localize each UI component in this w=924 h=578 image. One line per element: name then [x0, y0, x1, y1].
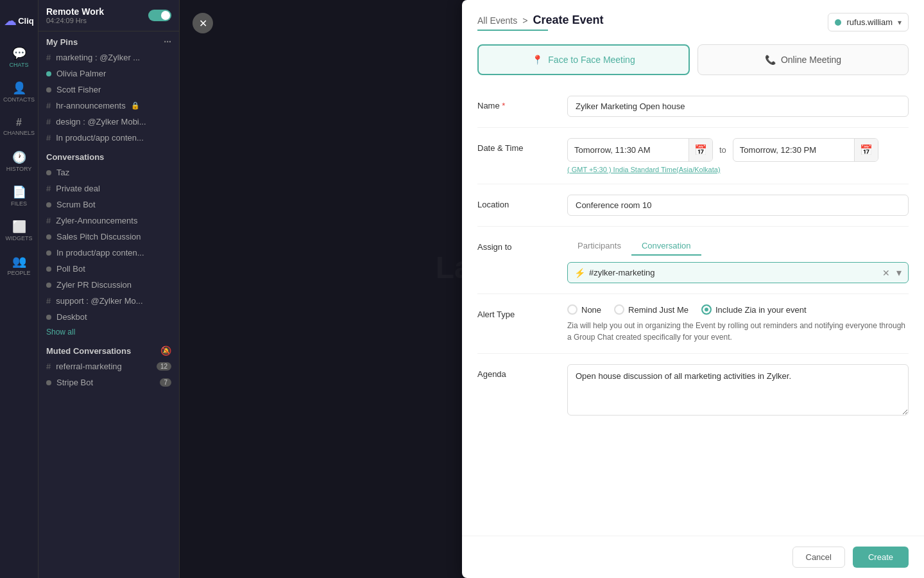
name-label: Name *	[477, 96, 554, 110]
expand-tag-button[interactable]: ▾	[896, 267, 902, 279]
chat-list-panel: Remote Work 04:24:09 Hrs My Pins ··· # m…	[38, 0, 180, 578]
calendar-icon-end[interactable]: 📅	[854, 139, 878, 161]
my-pins-section: My Pins ···	[38, 31, 179, 49]
alert-type-controls: None Remind Just Me Include Zia in your …	[567, 304, 909, 343]
tab-participants[interactable]: Participants	[567, 237, 631, 256]
status-toggle[interactable]	[148, 10, 171, 21]
conversation-tag-value: #zylker-marketing	[589, 268, 878, 277]
create-button[interactable]: Create	[853, 547, 909, 568]
list-item[interactable]: #support : @Zylker Mo...	[38, 293, 179, 309]
breadcrumb-separator: >	[522, 15, 527, 26]
location-field-row: Location	[477, 184, 909, 227]
status-dot	[46, 202, 51, 207]
status-dot	[46, 380, 51, 385]
agenda-label: Agenda	[477, 364, 554, 379]
user-selector[interactable]: rufus.william ▾	[828, 13, 909, 31]
alert-remind-label: Remind Just Me	[628, 305, 689, 315]
lock-icon: 🔒	[131, 101, 140, 110]
assign-tabs: Participants Conversation	[567, 237, 909, 256]
list-item[interactable]: #Private deal	[38, 180, 179, 197]
conversation-tag-input[interactable]: ⚡ #zylker-marketing ✕ ▾	[567, 262, 909, 283]
alert-description: Zia will help you out in organizing the …	[567, 320, 909, 343]
main-content-area: Laughing at our Laughing a ✕ All Events …	[180, 0, 924, 578]
list-item[interactable]: # design : @Zylker Mobi...	[38, 114, 179, 130]
sidebar-item-contacts[interactable]: 👤 CONTACTS	[3, 76, 35, 108]
list-item[interactable]: Zyler PR Discussion	[38, 277, 179, 293]
tab-conversation[interactable]: Conversation	[631, 237, 701, 256]
sidebar-navigation: ☁ Cliq 💬 CHATS 👤 CONTACTS # CHANNELS 🕐 H…	[0, 0, 38, 578]
status-dot	[46, 170, 51, 175]
end-datetime-field[interactable]	[733, 140, 854, 160]
alert-type-row: Alert Type None Remind Just Me	[477, 294, 909, 354]
list-item[interactable]: # referral-marketing 12	[38, 358, 179, 374]
meeting-type-selector: 📍 Face to Face Meeting 📞 Online Meeting	[462, 31, 924, 75]
list-item[interactable]: Sales Pitch Discussion	[38, 229, 179, 245]
my-pins-options[interactable]: ···	[164, 37, 171, 47]
name-field-row: Name *	[477, 85, 909, 128]
modal-overlay: ✕ All Events > Create Event rufus.willia…	[180, 0, 924, 578]
start-datetime-field[interactable]	[568, 140, 689, 160]
status-dot	[46, 267, 51, 272]
sidebar-item-channels[interactable]: # CHANNELS	[3, 110, 35, 143]
all-events-link[interactable]: All Events	[477, 15, 517, 26]
status-dot	[46, 283, 51, 288]
show-all-link[interactable]: Show all	[38, 325, 179, 339]
modal-header: All Events > Create Event rufus.william …	[462, 0, 924, 31]
assign-to-label: Assign to	[477, 237, 554, 252]
list-item[interactable]: #Zyler-Announcements	[38, 213, 179, 229]
status-dot	[46, 234, 51, 240]
location-input[interactable]	[567, 195, 909, 216]
sidebar-item-chats[interactable]: 💬 CHATS	[3, 41, 35, 73]
alert-zia-option[interactable]: Include Zia in your event	[701, 304, 807, 315]
widgets-icon: ⬜	[12, 220, 26, 234]
online-meeting-button[interactable]: 📞 Online Meeting	[697, 44, 909, 75]
end-date-input[interactable]: 📅	[733, 138, 878, 162]
assign-to-row: Assign to Participants Conversation ⚡ #z…	[477, 227, 909, 294]
datetime-field-row: Date & Time 📅 to 📅	[477, 128, 909, 184]
list-item[interactable]: Stripe Bot 7	[38, 374, 179, 390]
list-item[interactable]: Taz	[38, 164, 179, 180]
user-status-dot	[835, 19, 841, 26]
list-item[interactable]: Poll Bot	[38, 261, 179, 277]
tag-icon: ⚡	[574, 268, 585, 278]
sidebar-item-history[interactable]: 🕐 HISTORY	[3, 145, 35, 177]
list-item[interactable]: Scott Fisher	[38, 82, 179, 98]
list-item[interactable]: Scrum Bot	[38, 197, 179, 213]
offline-dot	[46, 87, 51, 92]
face-to-face-button[interactable]: 📍 Face to Face Meeting	[477, 44, 690, 75]
radio-remind	[614, 304, 624, 315]
list-item[interactable]: Deskbot	[38, 309, 179, 325]
timezone-selector[interactable]: ( GMT +5:30 ) India Standard Time(Asia/K…	[567, 166, 909, 173]
close-button[interactable]: ✕	[193, 13, 213, 33]
list-item[interactable]: Olivia Palmer	[38, 66, 179, 82]
list-item[interactable]: # In product/app conten...	[38, 130, 179, 146]
conversations-section: Conversations	[38, 146, 179, 164]
files-icon: 📄	[12, 185, 26, 199]
alert-none-option[interactable]: None	[567, 304, 601, 315]
list-item[interactable]: In product/app conten...	[38, 245, 179, 261]
agenda-row: Agenda Open house discussion of all mark…	[477, 354, 909, 428]
sidebar-item-people[interactable]: 👥 PEOPLE	[3, 249, 35, 281]
cancel-button[interactable]: Cancel	[792, 547, 845, 568]
list-item[interactable]: # hr-announcements 🔒	[38, 98, 179, 114]
agenda-input[interactable]: Open house discussion of all marketing a…	[567, 364, 909, 416]
name-input[interactable]	[567, 96, 909, 117]
breadcrumb-underline	[477, 30, 548, 31]
sidebar-item-files[interactable]: 📄 FILES	[3, 180, 35, 212]
alert-zia-label: Include Zia in your event	[715, 305, 807, 315]
history-icon: 🕐	[12, 150, 26, 164]
calendar-icon[interactable]: 📅	[689, 139, 712, 161]
workspace-header: Remote Work 04:24:09 Hrs	[38, 0, 179, 31]
remove-tag-button[interactable]: ✕	[882, 268, 890, 278]
location-icon: 📍	[532, 55, 543, 65]
alert-type-label: Alert Type	[477, 304, 554, 319]
list-item[interactable]: # marketing : @Zylker ...	[38, 49, 179, 66]
phone-icon: 📞	[765, 55, 776, 65]
location-input-container	[567, 195, 909, 216]
sidebar-item-widgets[interactable]: ⬜ WIDGETS	[3, 215, 35, 247]
start-date-input[interactable]: 📅	[567, 138, 713, 162]
app-logo[interactable]: ☁ Cliq	[6, 8, 32, 33]
workspace-time: 04:24:09 Hrs	[46, 17, 104, 24]
datetime-label: Date & Time	[477, 138, 554, 153]
alert-remind-option[interactable]: Remind Just Me	[614, 304, 689, 315]
